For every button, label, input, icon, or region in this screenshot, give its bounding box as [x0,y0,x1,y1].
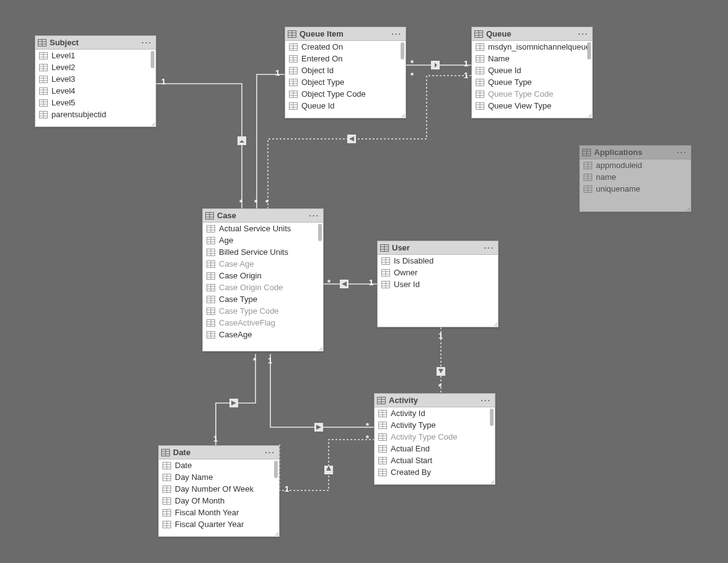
field-row[interactable]: Case Origin Code [203,282,323,293]
field-label: uniquename [596,184,641,193]
table-header[interactable]: Applications ··· [580,146,691,159]
field-row[interactable]: Entered On [285,53,406,64]
field-row[interactable]: Queue View Type [472,100,592,112]
field-row[interactable]: Age [203,234,323,246]
field-label: Case Origin [219,271,262,280]
field-row[interactable]: Fiscal Month Year [159,507,279,518]
table-menu[interactable]: ··· [578,29,588,38]
field-row[interactable]: Level1 [35,50,156,61]
table-menu[interactable]: ··· [481,396,491,405]
table-header[interactable]: Activity ··· [375,394,495,407]
scrollbar[interactable] [490,409,494,426]
field-row[interactable]: Actual Service Units [203,223,323,234]
field-row[interactable]: Level3 [35,73,156,85]
field-row[interactable]: appmoduleid [580,159,691,171]
table-date[interactable]: Date ··· DateDay NameDay Number Of WeekD… [158,445,280,537]
field-row[interactable]: Day Of Month [159,495,279,507]
field-row[interactable]: Day Number Of Week [159,483,279,495]
field-row[interactable]: Activity Id [375,407,495,419]
field-label: Case Type Code [219,306,279,316]
table-header[interactable]: Queue ··· [472,27,592,41]
table-menu[interactable]: ··· [265,448,275,457]
table-activity[interactable]: Activity ··· Activity IdActivity TypeAct… [374,393,495,485]
table-applications[interactable]: Applications ··· appmoduleidnameuniquena… [579,145,691,212]
field-label: Queue Id [301,101,335,110]
table-title: Applications [594,148,642,157]
field-row[interactable]: CaseAge [203,329,323,340]
table-header[interactable]: Case ··· [203,209,323,223]
field-row[interactable]: Name [472,53,592,64]
field-row[interactable]: Activity Type [375,419,495,431]
field-row[interactable]: Day Name [159,471,279,483]
scrollbar[interactable] [401,42,404,60]
field-row[interactable]: Case Type [203,293,323,305]
field-row[interactable]: Created On [285,41,406,53]
field-row[interactable]: Case Origin [203,270,323,282]
field-row[interactable]: Case Type Code [203,305,323,317]
table-menu[interactable]: ··· [484,243,494,252]
table-case[interactable]: Case ··· Actual Service UnitsAgeBilled S… [202,208,324,352]
field-row[interactable]: msdyn_isomnichannelqueue [472,41,592,53]
field-label: Activity Id [391,409,425,418]
table-header[interactable]: Queue Item ··· [285,27,406,41]
resize-handle[interactable] [273,530,279,536]
resize-handle[interactable] [317,345,323,351]
scrollbar[interactable] [318,224,322,241]
resize-handle[interactable] [399,112,406,118]
field-row[interactable]: name [580,171,691,183]
cardinality-one: 1 [464,59,468,68]
table-menu[interactable]: ··· [141,38,152,47]
field-row[interactable]: Is Disabled [378,255,498,267]
field-row[interactable]: parentsubjectid [35,109,156,120]
field-row[interactable]: Billed Service Units [203,246,323,258]
field-label: Name [488,54,510,63]
table-queue[interactable]: Queue ··· msdyn_isomnichannelqueueNameQu… [471,27,593,118]
field-row[interactable]: Case Age [203,258,323,270]
table-menu[interactable]: ··· [391,29,402,38]
field-row[interactable]: Activity Type Code [375,431,495,443]
field-row[interactable]: Object Type [285,76,406,88]
resize-handle[interactable] [149,120,156,126]
scrollbar[interactable] [151,51,154,68]
table-user[interactable]: User ··· Is DisabledOwnerUser Id [377,241,499,327]
table-menu[interactable]: ··· [677,148,687,157]
table-icon [377,397,386,404]
field-row[interactable]: Created By [375,466,495,478]
field-row[interactable]: Level2 [35,61,156,73]
field-row[interactable]: Level5 [35,97,156,109]
cardinality-many: * [438,382,442,391]
cardinality-many: * [411,71,414,80]
table-header[interactable]: Date ··· [159,446,279,459]
table-icon [380,244,389,252]
field-row[interactable]: Owner [378,267,498,278]
resize-handle[interactable] [492,321,498,327]
field-row[interactable]: Date [159,459,279,471]
table-icon [161,449,170,456]
field-row[interactable]: Queue Id [472,64,592,76]
field-row[interactable]: Actual Start [375,454,495,466]
resize-handle[interactable] [489,478,495,484]
field-row[interactable]: Queue Id [285,100,406,112]
field-row[interactable]: Object Type Code [285,88,406,100]
field-row[interactable]: Queue Type [472,76,592,88]
field-row[interactable]: Actual End [375,443,495,454]
table-menu[interactable]: ··· [309,211,319,220]
field-row[interactable]: Queue Type Code [472,88,592,100]
resize-handle[interactable] [586,112,592,118]
field-row[interactable]: Level4 [35,85,156,97]
scrollbar[interactable] [274,461,278,478]
resize-handle[interactable] [685,205,691,211]
field-row[interactable]: Object Id [285,64,406,76]
field-label: Object Id [301,66,334,75]
table-queueitem[interactable]: Queue Item ··· Created OnEntered OnObjec… [285,27,406,118]
table-subject[interactable]: Subject ··· Level1Level2Level3Level4Leve… [35,35,156,127]
field-row[interactable]: CaseActiveFlag [203,317,323,329]
field-row[interactable]: User Id [378,278,498,290]
field-row[interactable]: Fiscal Quarter Year [159,518,279,530]
table-header[interactable]: Subject ··· [35,36,156,50]
scrollbar[interactable] [587,42,591,60]
table-header[interactable]: User ··· [378,241,498,255]
field-label: Case Age [219,259,254,268]
field-row[interactable]: uniquename [580,183,691,195]
table-body: Actual Service UnitsAgeBilled Service Un… [203,223,323,351]
